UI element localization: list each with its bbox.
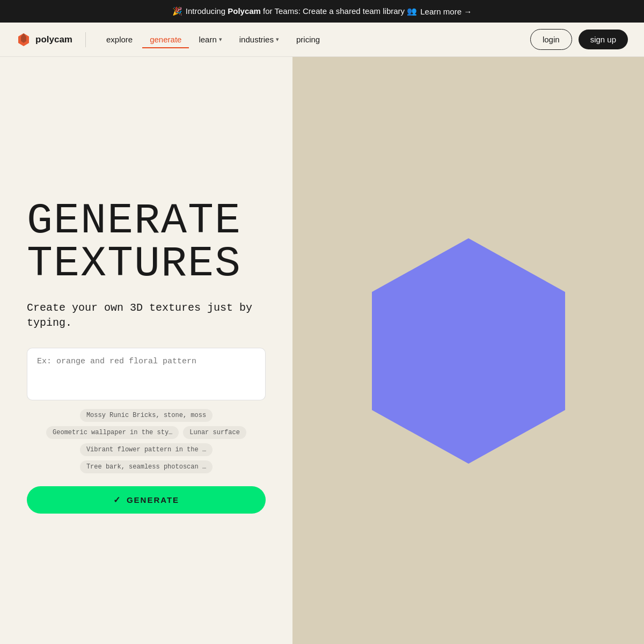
navbar: polycam explore generate learn ▾ industr… <box>0 23 644 57</box>
logo-text: polycam <box>35 34 72 45</box>
suggestion-tag-5[interactable]: Tree bark, seamless photoscan … <box>80 460 213 473</box>
banner-emoji: 🎉 <box>172 6 182 16</box>
hexagon-svg <box>367 233 570 469</box>
suggestion-tag-1[interactable]: Mossy Runic Bricks, stone, moss <box>80 409 213 422</box>
generate-button[interactable]: ✓ GENERATE <box>27 486 266 514</box>
left-panel: GENERATE TEXTURES Create your own 3D tex… <box>0 57 292 644</box>
learn-more-link[interactable]: Learn more → <box>420 7 472 16</box>
logo[interactable]: polycam <box>16 32 72 47</box>
nav-generate[interactable]: generate <box>142 31 189 48</box>
navbar-nav: explore generate learn ▾ industries ▾ pr… <box>99 31 530 48</box>
right-panel <box>292 57 644 644</box>
navbar-actions: login sign up <box>530 29 628 50</box>
prompt-box[interactable] <box>27 348 266 400</box>
nav-pricing[interactable]: pricing <box>289 31 327 48</box>
suggestion-tags: Mossy Runic Bricks, stone, moss Geometri… <box>27 409 266 473</box>
svg-marker-0 <box>372 238 565 464</box>
main-content: GENERATE TEXTURES Create your own 3D tex… <box>0 57 644 644</box>
learn-chevron-icon: ▾ <box>219 36 222 43</box>
navbar-divider <box>85 32 86 47</box>
nav-explore[interactable]: explore <box>99 31 140 48</box>
logo-icon <box>16 32 31 47</box>
login-button[interactable]: login <box>530 29 572 50</box>
hero-subtitle: Create your own 3D textures just by typi… <box>27 301 266 331</box>
hexagon-shape <box>367 233 570 469</box>
suggestion-tag-3[interactable]: Lunar surface <box>183 426 246 439</box>
signup-button[interactable]: sign up <box>579 30 628 49</box>
suggestion-tag-4[interactable]: Vibrant flower pattern in the … <box>80 443 213 456</box>
suggestion-tag-2[interactable]: Geometric wallpaper in the sty… <box>46 426 179 439</box>
hero-title: GENERATE TEXTURES <box>27 200 266 286</box>
check-icon: ✓ <box>113 495 121 505</box>
nav-learn[interactable]: learn ▾ <box>191 31 229 48</box>
industries-chevron-icon: ▾ <box>276 36 279 43</box>
nav-industries[interactable]: industries ▾ <box>232 31 287 48</box>
prompt-input[interactable] <box>37 357 255 389</box>
banner-text: Introducing Polycam for Teams: Create a … <box>186 6 417 16</box>
top-banner: 🎉 Introducing Polycam for Teams: Create … <box>0 0 644 23</box>
